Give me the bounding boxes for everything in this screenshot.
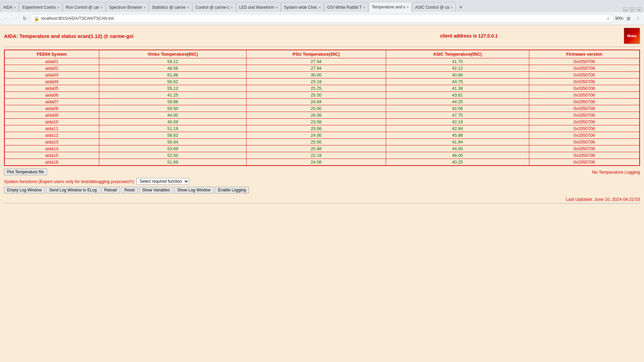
browser-tab-8[interactable]: GSI White Rabbit T× — [324, 2, 369, 12]
cell-system-name: aida03 — [4, 72, 99, 78]
bottom-divider — [4, 203, 640, 203]
cell-virtex-temp: 55.12 — [99, 85, 247, 92]
cell-psu-temp: 25.06 — [247, 125, 386, 132]
client-address: client address is 127.0.0.1 — [440, 33, 498, 39]
cell-psu-temp: 24.94 — [247, 99, 386, 105]
browser-tab-5[interactable]: Control @ carme-c× — [193, 2, 236, 12]
extensions-button[interactable]: ⊞ — [625, 14, 633, 22]
empty-log-button[interactable]: Empty Log Window — [4, 187, 45, 193]
reload-button[interactable]: Reload — [101, 187, 120, 193]
page-content: AIDA: Temperature and status scan(1.12) … — [0, 25, 644, 362]
forward-button[interactable]: → — [11, 14, 19, 22]
cell-system-name: aida04 — [4, 78, 99, 85]
tab-close-8[interactable]: × — [363, 5, 365, 9]
cell-psu-temp: 30.00 — [247, 72, 386, 78]
tab-close-10[interactable]: × — [450, 5, 452, 9]
show-variables-button[interactable]: Show Variables — [139, 187, 173, 193]
temperature-table: FEE64 SystemVirtex Temperature(65C)PSU T… — [4, 50, 640, 166]
tab-bar: AIDA×Experiment Contro×Run Control @ car… — [0, 0, 644, 12]
tab-close-0[interactable]: × — [14, 5, 16, 9]
cell-asic-temp: 43.81 — [386, 92, 529, 99]
cell-system-name: aida05 — [4, 85, 99, 92]
tab-close-2[interactable]: × — [101, 5, 103, 9]
table-header-0: FEE64 System — [4, 50, 99, 58]
cell-system-name: aida06 — [4, 92, 99, 99]
show-log-button[interactable]: Show Log Window — [174, 187, 213, 193]
shield-icon: 🔒 — [34, 16, 39, 21]
cell-asic-temp: 46.00 — [386, 152, 529, 159]
cell-firmware: 0x3350706 — [529, 145, 640, 152]
tab-close-1[interactable]: × — [57, 5, 59, 9]
cell-psu-temp: 23.56 — [247, 119, 386, 125]
new-tab-button[interactable]: + — [456, 3, 466, 12]
close-button[interactable]: × — [637, 7, 641, 12]
cell-firmware: 0x3350706 — [529, 139, 640, 145]
table-row: aida0758.8824.9444.250x3350706 — [4, 99, 640, 105]
tab-close-6[interactable]: × — [275, 5, 277, 9]
maximize-button[interactable]: □ — [630, 7, 635, 12]
table-header-row: FEE64 SystemVirtex Temperature(65C)PSU T… — [4, 50, 640, 58]
reload-nav-button[interactable]: ↻ — [21, 14, 29, 22]
minimize-button[interactable]: — — [623, 7, 628, 12]
send-log-button[interactable]: Send Log Window to ELog — [46, 187, 100, 193]
cell-firmware: 0x3350706 — [529, 72, 640, 78]
browser-tab-10[interactable]: ASIC Control @ ca× — [412, 2, 456, 12]
cell-system-name: aida10 — [4, 119, 99, 125]
cell-psu-temp: 25.50 — [247, 92, 386, 99]
star-icon[interactable]: ☆ — [606, 16, 610, 21]
table-header-2: PSU Temperature(35C) — [247, 50, 386, 58]
address-bar[interactable]: 🔒 localhost:8015/AIDA/TSCAN/TSCAN.tml ☆ — [30, 14, 614, 23]
table-row: aida1651.6924.5640.250x3350706 — [4, 159, 640, 166]
tab-label-8: GSI White Rabbit T — [327, 5, 362, 10]
browser-tab-2[interactable]: Run Control @ car× — [63, 2, 106, 12]
last-updated: Last Updated: June 10, 2024 04:22:53 — [4, 197, 640, 202]
table-row: aida1453.6925.8844.000x3350706 — [4, 145, 640, 152]
cell-psu-temp: 25.25 — [247, 85, 386, 92]
table-row: aida0555.1225.2541.380x3350706 — [4, 85, 640, 92]
browser-tab-4[interactable]: Statistics @ carme× — [149, 2, 192, 12]
tab-close-5[interactable]: × — [231, 5, 233, 9]
address-bar-row: ← → ↻ 🔒 localhost:8015/AIDA/TSCAN/TSCAN.… — [0, 12, 644, 25]
tab-close-4[interactable]: × — [187, 5, 189, 9]
browser-tab-1[interactable]: Experiment Contro× — [19, 2, 62, 12]
top-bar-right: ⊞ ⋮ — [625, 14, 642, 22]
cell-system-name: aida16 — [4, 159, 99, 166]
cell-asic-temp: 47.75 — [386, 112, 529, 119]
cell-firmware: 0x3350706 — [529, 58, 640, 65]
cell-firmware: 0x3350706 — [529, 85, 640, 92]
cell-psu-temp: 23.19 — [247, 78, 386, 85]
cell-virtex-temp: 56.62 — [99, 78, 247, 85]
enable-logging-button[interactable]: Enable Logging — [215, 187, 249, 193]
logo-area: Midas — [624, 28, 640, 44]
cell-psu-temp: 27.94 — [247, 65, 386, 72]
browser-tab-3[interactable]: Spectrum Browser× — [106, 2, 149, 12]
cell-system-name: aida12 — [4, 132, 99, 139]
reset-button[interactable]: Reset — [121, 187, 138, 193]
tab-label-0: AIDA — [3, 5, 12, 10]
cell-firmware: 0x3350706 — [529, 152, 640, 159]
cell-virtex-temp: 56.62 — [99, 132, 247, 139]
function-select[interactable]: Select required function — [137, 178, 189, 185]
tab-close-7[interactable]: × — [319, 5, 321, 9]
back-button[interactable]: ← — [2, 14, 10, 22]
cell-firmware: 0x3350706 — [529, 125, 640, 132]
cell-virtex-temp: 48.56 — [99, 65, 247, 72]
tab-close-3[interactable]: × — [144, 5, 146, 9]
menu-button[interactable]: ⋮ — [634, 14, 642, 22]
table-row: aida0361.8830.0040.880x3350706 — [4, 72, 640, 78]
cell-asic-temp: 44.75 — [386, 78, 529, 85]
browser-tab-9[interactable]: Temperature and s× — [369, 2, 412, 12]
cell-asic-temp: 45.88 — [386, 132, 529, 139]
cell-virtex-temp: 51.69 — [99, 159, 247, 166]
system-functions-label: System functions (Expert users only for … — [4, 179, 134, 184]
cell-virtex-temp: 59.12 — [99, 58, 247, 65]
tab-close-9[interactable]: × — [407, 5, 409, 9]
cell-psu-temp: 24.00 — [247, 132, 386, 139]
cell-system-name: aida15 — [4, 152, 99, 159]
plot-temperature-button[interactable]: Plot Temperature file — [4, 169, 47, 175]
browser-tab-7[interactable]: System wide Chec× — [281, 2, 324, 12]
table-body: aida0159.1227.9441.750x3350706aida0248.5… — [4, 58, 640, 166]
browser-tab-6[interactable]: LED and Waveform× — [236, 2, 281, 12]
browser-tab-0[interactable]: AIDA× — [0, 2, 19, 12]
tab-label-1: Experiment Contro — [22, 5, 56, 10]
